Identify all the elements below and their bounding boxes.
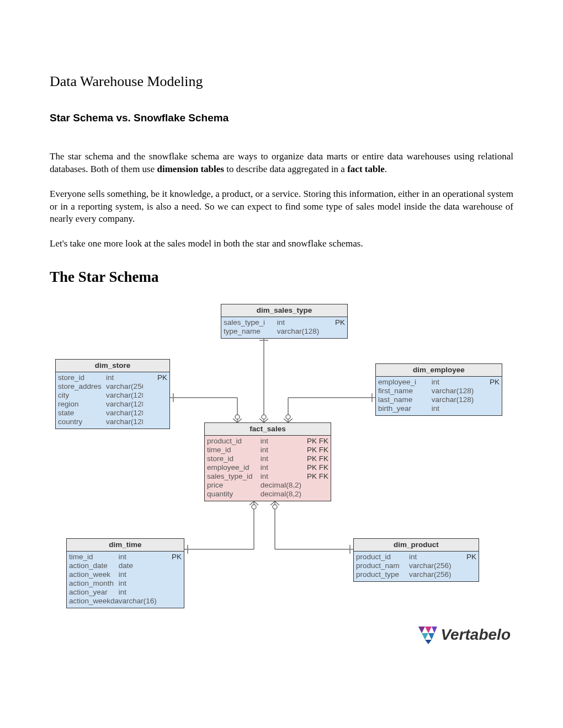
table-row: action_weekint [69, 570, 182, 579]
table-row: action_weekdavarchar(16) [69, 597, 182, 606]
text: to describe data aggregated in a [224, 164, 347, 174]
table-row: cityvarchar(128) [58, 391, 167, 400]
bold-text: dimension tables [157, 164, 224, 174]
svg-point-2 [262, 415, 266, 419]
svg-marker-24 [425, 640, 432, 644]
entity-header: dim_product [354, 539, 479, 552]
table-row: product_namvarchar(256) [356, 561, 476, 570]
entity-fact-sales: fact_sales product_idintPK FKtime_idintP… [204, 422, 331, 501]
table-row: store_idintPK [58, 373, 167, 382]
logo-icon [417, 625, 438, 644]
svg-marker-22 [422, 633, 428, 640]
svg-point-6 [235, 415, 240, 419]
page-title: Data Warehouse Modeling [50, 72, 513, 91]
bold-text: fact table [347, 164, 385, 174]
table-row: product_typevarchar(256) [356, 570, 476, 579]
entity-header: dim_employee [376, 364, 502, 377]
entity-body: time_idintPKaction_datedateaction_weekin… [67, 552, 184, 608]
entity-dim-time: dim_time time_idintPKaction_datedateacti… [66, 538, 184, 608]
table-row: countryvarchar(128) [58, 417, 167, 426]
paragraph-2: Everyone sells something, be it knowledg… [50, 188, 513, 226]
table-row: action_monthint [69, 579, 182, 588]
svg-point-10 [286, 415, 290, 419]
table-row: sales_type_idintPK FK [207, 472, 328, 481]
svg-marker-23 [428, 633, 434, 640]
entity-dim-employee: dim_employee employee_iintPKfirst_nameva… [375, 363, 502, 416]
entity-dim-product: dim_product product_idintPKproduct_namva… [353, 538, 479, 582]
table-row: birth_yearint [378, 404, 500, 413]
table-row: pricedecimal(8,2) [207, 481, 328, 490]
table-row: type_namevarchar(128) [224, 327, 345, 336]
table-row: quantitydecimal(8,2) [207, 490, 328, 499]
table-row: last_namevarchar(128) [378, 395, 500, 404]
table-row: employee_idintPK FK [207, 463, 328, 472]
logo-text: Vertabelo [440, 624, 511, 645]
table-row: statevarchar(128) [58, 409, 167, 417]
table-row: product_idintPK FK [207, 437, 328, 446]
table-row: store_addresvarchar(256) [58, 382, 167, 391]
table-row: sales_type_iintPK [224, 318, 345, 327]
entity-dim-sales-type: dim_sales_type sales_type_iintPKtype_nam… [221, 304, 348, 339]
vertabelo-logo: Vertabelo [417, 624, 511, 645]
paragraph-1: The star schema and the snowflake schema… [50, 151, 513, 176]
entity-body: employee_iintPKfirst_namevarchar(128)las… [376, 377, 502, 415]
section-heading: Star Schema vs. Snowflake Schema [50, 111, 513, 125]
table-row: action_datedate [69, 561, 182, 570]
table-row: action_yearint [69, 588, 182, 597]
text: . [385, 164, 387, 174]
table-row: product_idintPK [356, 553, 476, 561]
table-row: time_idintPK FK [207, 446, 328, 454]
svg-marker-19 [418, 627, 425, 633]
svg-marker-21 [432, 627, 437, 633]
svg-point-14 [252, 505, 256, 509]
table-row: regionvarchar(128) [58, 400, 167, 409]
entity-body: product_idintPK FKtime_idintPK FKstore_i… [205, 436, 331, 501]
entity-body: store_idintPKstore_addresvarchar(256)cit… [56, 372, 169, 429]
paragraph-3: Let's take one more look at the sales mo… [50, 238, 513, 250]
entity-header: dim_time [67, 539, 184, 552]
entity-dim-store: dim_store store_idintPKstore_addresvarch… [55, 359, 170, 429]
entity-body: product_idintPKproduct_namvarchar(256)pr… [354, 552, 479, 581]
entity-header: dim_sales_type [221, 304, 347, 317]
table-row: first_namevarchar(128) [378, 387, 500, 395]
table-row: store_idintPK FK [207, 454, 328, 463]
table-row: time_idintPK [69, 553, 182, 561]
svg-point-18 [273, 505, 277, 509]
star-schema-diagram: dim_sales_type sales_type_iintPKtype_nam… [50, 304, 508, 629]
svg-marker-20 [425, 627, 432, 633]
schema-heading: The Star Schema [50, 267, 513, 287]
entity-header: dim_store [56, 360, 169, 372]
entity-header: fact_sales [205, 423, 331, 436]
entity-body: sales_type_iintPKtype_namevarchar(128) [221, 317, 347, 338]
table-row: employee_iintPK [378, 378, 500, 387]
